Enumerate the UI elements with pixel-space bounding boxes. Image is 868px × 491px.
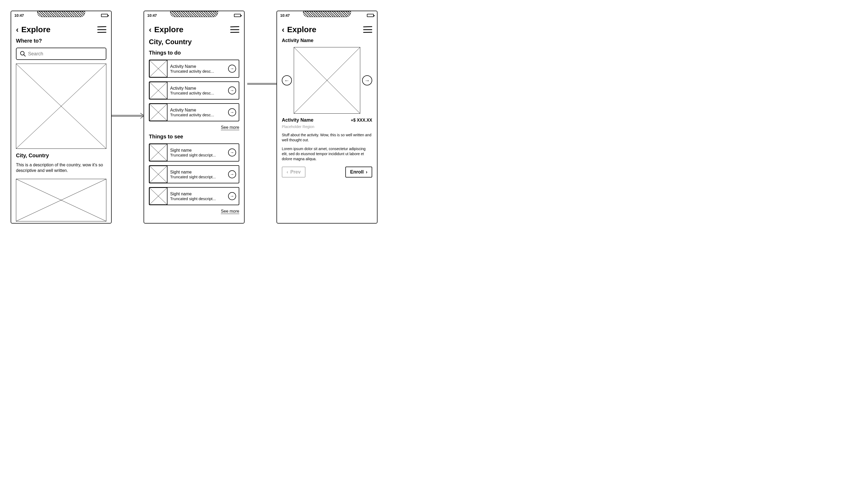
menu-icon[interactable] <box>97 26 106 33</box>
arrow-right-icon[interactable]: → <box>228 192 236 200</box>
page-title: Explore <box>154 25 183 34</box>
status-time: 10:47 <box>14 13 24 18</box>
battery-icon <box>101 14 108 17</box>
svg-point-4 <box>21 51 24 55</box>
city-title: City, Country <box>149 38 239 46</box>
status-time: 10:47 <box>280 13 290 18</box>
arrow-right-icon[interactable]: → <box>228 170 236 178</box>
chevron-left-icon: ‹ <box>287 169 288 175</box>
activity-name: Activity Name <box>170 64 223 69</box>
carousel-prev-button[interactable]: ← <box>282 75 292 85</box>
back-icon[interactable]: ‹ <box>149 25 152 34</box>
region-placeholder: Placeholder Region <box>282 124 372 129</box>
prev-button-label: Prev <box>290 169 301 175</box>
activity-card[interactable]: Activity NameTruncated activity desc... … <box>149 60 239 78</box>
sight-name: Sight name <box>170 170 223 175</box>
sight-card[interactable]: Sight nameTruncated sight descript... → <box>149 187 239 205</box>
activity-desc: Truncated activity desc... <box>170 91 223 95</box>
phone-screen-explore-search: 10:47 ‹ Explore Where to? City, Country … <box>11 11 112 224</box>
activity-card[interactable]: Activity NameTruncated activity desc... … <box>149 103 239 121</box>
sight-name: Sight name <box>170 192 223 196</box>
activities-list: Activity NameTruncated activity desc... … <box>149 60 239 121</box>
sight-desc: Truncated sight descript... <box>170 175 223 179</box>
search-icon <box>20 51 26 57</box>
sight-card[interactable]: Sight nameTruncated sight descript... → <box>149 143 239 162</box>
activity-paragraph: Stuff about the activity. Wow, this is s… <box>282 133 372 143</box>
where-to-label: Where to? <box>16 38 106 44</box>
phone-screen-city-detail: 10:47 ‹ Explore City, Country Things to … <box>144 11 245 224</box>
enroll-button-label: Enroll <box>350 169 364 175</box>
arrow-right-icon[interactable]: → <box>228 86 236 94</box>
battery-icon <box>234 14 241 17</box>
thumbnail-placeholder <box>149 187 167 205</box>
thumbnail-placeholder <box>149 82 167 99</box>
arrow-right-icon[interactable]: → <box>228 108 236 116</box>
battery-icon <box>367 14 374 17</box>
notch-icon <box>303 11 351 17</box>
phone-screen-activity-detail: 10:47 ‹ Explore Activity Name ← → Activi… <box>277 11 377 224</box>
enroll-button[interactable]: Enroll › <box>345 167 372 177</box>
status-time: 10:47 <box>147 13 157 18</box>
thumbnail-placeholder <box>149 144 167 161</box>
back-icon[interactable]: ‹ <box>16 25 19 34</box>
things-to-see-label: Things to see <box>149 134 239 140</box>
page-title: Explore <box>21 25 51 34</box>
back-icon[interactable]: ‹ <box>282 25 284 34</box>
activity-name: Activity Name <box>282 117 313 123</box>
sight-card[interactable]: Sight nameTruncated sight descript... → <box>149 165 239 183</box>
next-item-peek-image[interactable] <box>16 179 106 222</box>
sight-desc: Truncated sight descript... <box>170 196 223 201</box>
activity-paragraph: Lorem ipsum dolor sit amet, consectetur … <box>282 146 372 162</box>
menu-icon[interactable] <box>230 26 239 33</box>
activity-name: Activity Name <box>170 108 223 113</box>
things-to-do-label: Things to do <box>149 50 239 56</box>
city-title: City, Country <box>16 152 106 158</box>
see-more-sights-link[interactable]: See more <box>149 209 239 214</box>
activity-price: +$ XXX.XX <box>351 118 372 123</box>
activity-desc: Truncated activity desc... <box>170 69 223 74</box>
notch-icon <box>170 11 218 17</box>
chevron-right-icon: › <box>366 169 367 175</box>
activity-image-placeholder[interactable] <box>294 47 360 114</box>
sight-desc: Truncated sight descript... <box>170 153 223 157</box>
activity-desc: Truncated activity desc... <box>170 113 223 117</box>
sights-list: Sight nameTruncated sight descript... → … <box>149 143 239 205</box>
featured-image-placeholder[interactable] <box>16 64 106 149</box>
arrow-right-icon[interactable]: → <box>228 148 236 156</box>
see-more-activities-link[interactable]: See more <box>149 125 239 130</box>
notch-icon <box>37 11 85 17</box>
activity-label: Activity Name <box>282 38 372 44</box>
menu-icon[interactable] <box>363 26 372 33</box>
activity-card[interactable]: Activity NameTruncated activity desc... … <box>149 81 239 99</box>
page-title: Explore <box>287 25 316 34</box>
image-carousel: ← → <box>282 47 372 114</box>
thumbnail-placeholder <box>149 166 167 183</box>
carousel-next-button[interactable]: → <box>362 75 372 85</box>
thumbnail-placeholder <box>149 60 167 77</box>
flow-arrow-icon <box>109 112 146 120</box>
city-description: This is a description of the country, wo… <box>16 162 106 174</box>
search-input-container[interactable] <box>16 48 106 60</box>
sight-name: Sight name <box>170 148 223 153</box>
arrow-right-icon[interactable]: → <box>228 65 236 73</box>
search-input[interactable] <box>28 51 103 57</box>
thumbnail-placeholder <box>149 104 167 121</box>
svg-line-5 <box>24 55 26 56</box>
prev-button[interactable]: ‹ Prev <box>282 167 306 177</box>
activity-name: Activity Name <box>170 86 223 91</box>
